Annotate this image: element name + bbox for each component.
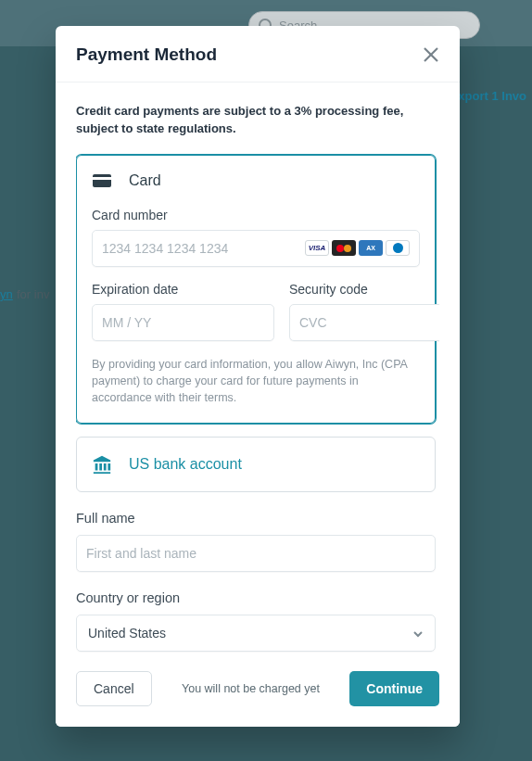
visa-icon: VISA: [305, 240, 329, 256]
cvc-input[interactable]: [299, 315, 439, 330]
footer-note: You will not be charged yet: [182, 682, 320, 695]
bank-option-header: US bank account: [77, 438, 435, 491]
cancel-button-label: Cancel: [94, 681, 134, 696]
card-number-field[interactable]: VISA AX: [92, 230, 420, 267]
modal-body: Credit card payments are subject to a 3%…: [56, 82, 460, 654]
payment-method-modal: Payment Method Credit card payments are …: [56, 26, 460, 727]
card-consent-text: By providing your card information, you …: [92, 356, 420, 406]
cvc-label: Security code: [289, 282, 439, 297]
expiration-input[interactable]: [102, 315, 264, 330]
card-icon: [92, 174, 112, 187]
card-option-label: Card: [129, 172, 161, 189]
close-icon: [423, 46, 439, 63]
continue-button[interactable]: Continue: [349, 671, 439, 706]
payment-option-bank[interactable]: US bank account: [76, 437, 436, 492]
diners-icon: [386, 240, 410, 256]
card-option-header: Card: [77, 156, 435, 206]
expiration-field[interactable]: [92, 304, 274, 341]
modal-header: Payment Method: [56, 26, 460, 82]
bank-icon: [92, 454, 112, 475]
fullname-input[interactable]: [86, 546, 425, 561]
card-option-body: Card number VISA AX Expiration date: [77, 208, 435, 423]
country-label: Country or region: [76, 590, 436, 605]
continue-button-label: Continue: [366, 681, 423, 696]
card-number-input[interactable]: [102, 241, 305, 256]
amex-icon: AX: [359, 240, 383, 256]
payment-option-card[interactable]: Card Card number VISA AX: [76, 155, 436, 424]
expiration-label: Expiration date: [92, 282, 274, 297]
modal-footer: Cancel You will not be charged yet Conti…: [56, 654, 460, 727]
close-button[interactable]: [423, 46, 439, 63]
cvc-field[interactable]: [289, 304, 439, 341]
fullname-field[interactable]: [76, 535, 436, 572]
bank-option-label: US bank account: [129, 456, 242, 473]
fee-note: Credit card payments are subject to a 3%…: [76, 103, 436, 138]
card-number-label: Card number: [92, 208, 420, 222]
modal-title: Payment Method: [76, 44, 217, 65]
country-value: United States: [88, 626, 166, 641]
scroll-area[interactable]: Credit card payments are subject to a 3%…: [76, 82, 439, 654]
fullname-label: Full name: [76, 511, 436, 526]
mastercard-icon: [332, 240, 356, 256]
country-select[interactable]: United States: [76, 615, 436, 652]
chevron-down-icon: [412, 628, 424, 639]
cancel-button[interactable]: Cancel: [76, 671, 152, 706]
card-brand-icons: VISA AX: [305, 240, 410, 256]
